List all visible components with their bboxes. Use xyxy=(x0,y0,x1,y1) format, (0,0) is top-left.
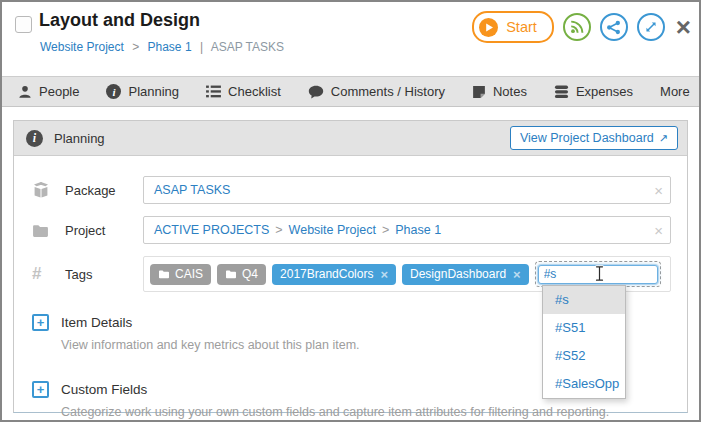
package-value[interactable]: ASAP TASKS xyxy=(154,183,230,197)
tags-label: Tags xyxy=(65,267,143,282)
breadcrumb-package: ASAP TASKS xyxy=(211,40,284,54)
close-icon[interactable]: × xyxy=(676,14,691,40)
tab-planning[interactable]: i Planning xyxy=(106,84,179,99)
info-icon: i xyxy=(26,130,43,147)
task-checkbox[interactable] xyxy=(15,16,32,33)
clear-icon[interactable]: × xyxy=(654,223,663,238)
dashboard-button-label: View Project Dashboard xyxy=(520,131,654,145)
project-path-phase[interactable]: Phase 1 xyxy=(395,223,441,237)
tab-label: Notes xyxy=(493,84,527,99)
share-button[interactable] xyxy=(600,13,628,41)
panel-title: Planning xyxy=(54,131,105,146)
tab-people[interactable]: People xyxy=(18,84,79,99)
tag-input[interactable] xyxy=(538,265,658,284)
planning-panel-header: i Planning View Project Dashboard ↗ xyxy=(14,121,687,156)
tab-label: Checklist xyxy=(228,84,281,99)
tag-suggestion-item[interactable]: #S51 xyxy=(543,314,625,342)
path-separator: > xyxy=(275,223,282,237)
package-field[interactable]: ASAP TASKS × xyxy=(143,176,671,204)
info-icon: i xyxy=(106,84,121,99)
comment-icon xyxy=(308,85,324,99)
project-label: Project xyxy=(65,223,143,238)
share-icon xyxy=(606,20,621,35)
start-button-label: Start xyxy=(506,19,537,35)
tab-comments-history[interactable]: Comments / History xyxy=(308,84,445,99)
project-path-portfolio[interactable]: ACTIVE PROJECTS xyxy=(154,223,269,237)
note-icon xyxy=(472,85,486,99)
tag-pill-label: CAIS xyxy=(175,267,203,281)
folder-icon xyxy=(158,269,170,279)
tag-input-wrapper xyxy=(535,261,661,287)
page-title: Layout and Design xyxy=(39,10,200,31)
rss-icon xyxy=(570,20,584,34)
tag-pill-label: Q4 xyxy=(242,267,258,281)
tab-notes[interactable]: Notes xyxy=(472,84,527,99)
view-project-dashboard-button[interactable]: View Project Dashboard ↗ xyxy=(510,126,678,150)
tag-pill-folder[interactable]: CAIS xyxy=(150,264,211,285)
tag-pill[interactable]: DesignDashboard × xyxy=(402,264,529,285)
expand-plus-icon[interactable]: + xyxy=(32,381,49,398)
breadcrumb-project-link[interactable]: Website Project xyxy=(40,40,124,54)
package-row: Package ASAP TASKS × xyxy=(14,176,687,204)
remove-tag-icon[interactable]: × xyxy=(380,267,388,282)
remove-tag-icon[interactable]: × xyxy=(513,267,521,282)
tab-label: People xyxy=(39,84,79,99)
clear-icon[interactable]: × xyxy=(654,183,663,198)
project-field[interactable]: ACTIVE PROJECTS > Website Project > Phas… xyxy=(143,216,671,244)
person-icon xyxy=(18,85,32,99)
path-separator: > xyxy=(382,223,389,237)
task-detail-window: Layout and Design Website Project > Phas… xyxy=(0,0,701,422)
tag-suggestion-item[interactable]: #S52 xyxy=(543,342,625,370)
folder-icon xyxy=(225,269,237,279)
package-icon xyxy=(32,181,65,199)
package-label: Package xyxy=(65,183,143,198)
external-link-icon: ↗ xyxy=(659,132,668,145)
start-button[interactable]: Start xyxy=(472,11,554,43)
breadcrumb-separator: > xyxy=(132,40,139,54)
expand-icon xyxy=(644,20,658,34)
tab-expenses[interactable]: Expenses xyxy=(554,84,633,99)
coins-icon xyxy=(554,85,569,99)
expand-button[interactable] xyxy=(637,13,665,41)
updates-feed-button[interactable] xyxy=(563,13,591,41)
tag-suggestion-item[interactable]: #SalesOpp xyxy=(543,370,625,398)
hash-icon: # xyxy=(32,264,65,284)
breadcrumb: Website Project > Phase 1 | ASAP TASKS xyxy=(40,40,284,54)
tag-suggestion-item[interactable]: #s xyxy=(543,286,625,314)
expand-plus-icon[interactable]: + xyxy=(32,314,49,331)
tab-label: Comments / History xyxy=(331,84,445,99)
breadcrumb-phase-link[interactable]: Phase 1 xyxy=(148,40,192,54)
section-title: Custom Fields xyxy=(61,382,147,397)
tab-label: Planning xyxy=(128,84,179,99)
section-description: Categorize work using your own custom fi… xyxy=(61,405,671,420)
project-path-project[interactable]: Website Project xyxy=(289,223,376,237)
tab-label: More xyxy=(660,84,690,99)
tag-pill[interactable]: 2017BrandColors × xyxy=(272,264,396,285)
tag-pill-folder[interactable]: Q4 xyxy=(217,264,266,285)
section-title: Item Details xyxy=(61,315,132,330)
project-row: Project ACTIVE PROJECTS > Website Projec… xyxy=(14,216,687,244)
breadcrumb-separator: | xyxy=(200,40,203,54)
tab-bar: People i Planning Checklist Comments / H… xyxy=(2,76,699,107)
tag-suggestion-dropdown: #s #S51 #S52 #SalesOpp xyxy=(542,285,626,399)
header-actions: Start × xyxy=(472,11,691,43)
tab-more[interactable]: More ▼ xyxy=(660,84,701,99)
tag-pill-label: 2017BrandColors xyxy=(280,267,373,281)
checklist-icon xyxy=(206,85,221,98)
tag-pill-label: DesignDashboard xyxy=(410,267,506,281)
tab-checklist[interactable]: Checklist xyxy=(206,84,281,99)
play-icon xyxy=(479,18,498,37)
folder-icon xyxy=(32,223,65,238)
tab-label: Expenses xyxy=(576,84,633,99)
